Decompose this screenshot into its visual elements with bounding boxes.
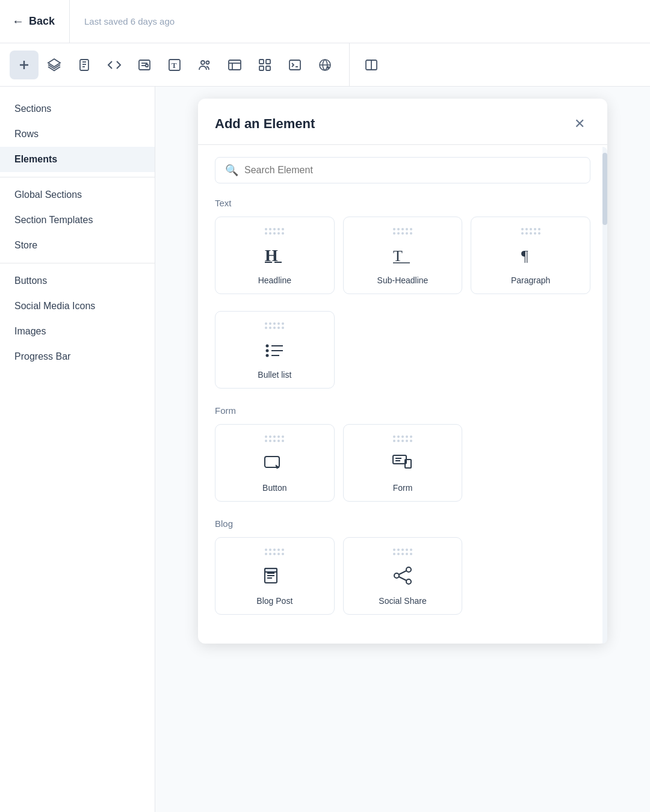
main-layout: Sections Rows Elements Global Sections S… [0,87,650,812]
search-box[interactable]: 🔍 [215,157,590,183]
drag-handle [393,228,412,235]
svg-point-26 [327,66,329,69]
pages-tool[interactable] [70,51,99,79]
sidebar-item-store[interactable]: Store [0,233,155,258]
svg-point-37 [266,349,269,352]
left-sidebar: Sections Rows Elements Global Sections S… [0,87,155,812]
sidebar-group-extras: Buttons Social Media Icons Images Progre… [0,268,155,374]
form-element-card[interactable]: Form [343,424,463,502]
close-icon: ✕ [574,116,585,132]
search-input[interactable] [244,165,580,176]
last-saved-text: Last saved 6 days ago [70,16,175,26]
terminal-tool[interactable] [280,51,309,79]
drag-handle [265,228,284,235]
sidebar-group-main: Sections Rows Elements [0,96,155,177]
svg-rect-19 [266,60,270,64]
paragraph-element-card[interactable]: ¶ Paragraph [471,217,590,294]
toolbar-right-group [357,43,395,86]
sidebar-item-elements[interactable]: Elements [0,147,155,172]
drag-handle [265,549,284,555]
button-icon [262,448,286,477]
blog-elements-grid: Blog Post [215,537,590,615]
svg-text:¶: ¶ [521,247,528,265]
form-tool[interactable] [130,51,159,79]
text-elements-grid: H Headline [215,217,590,294]
split-view-tool[interactable] [357,51,386,79]
drag-handle [265,322,284,329]
toolbar: T [0,43,650,87]
sidebar-item-section-templates[interactable]: Section Templates [0,208,155,233]
bullet-list-element-card[interactable]: Bullet list [215,311,335,389]
grid-tool[interactable] [250,51,279,79]
sidebar-item-sections[interactable]: Sections [0,96,155,121]
headline-icon: H [262,241,286,269]
social-share-element-card[interactable]: Social Share [343,537,463,615]
sub-headline-label: Sub-Headline [377,275,429,285]
typography-tool[interactable]: T [160,51,189,79]
blog-section-label: Blog [215,518,590,529]
svg-point-13 [201,61,205,64]
sidebar-item-rows[interactable]: Rows [0,121,155,147]
paragraph-icon: ¶ [519,241,543,269]
svg-line-55 [399,577,406,580]
headline-label: Headline [258,275,291,285]
sidebar-group-global: Global Sections Section Templates Store [0,182,155,263]
top-bar: ← Back Last saved 6 days ago [0,0,650,43]
svg-point-39 [266,354,269,357]
drag-handle [521,228,540,235]
sidebar-item-social-media[interactable]: Social Media Icons [0,294,155,319]
svg-line-54 [399,571,406,574]
svg-rect-20 [259,66,264,70]
sidebar-item-global-sections[interactable]: Global Sections [0,182,155,208]
layout-tool[interactable] [220,51,249,79]
code-tool[interactable] [100,51,129,79]
toolbar-main-group: T [10,43,350,86]
modal-body: 🔍 Text H [198,145,607,644]
svg-rect-50 [265,568,277,572]
svg-point-35 [266,345,269,348]
sub-headline-icon: T [391,241,415,269]
back-label: Back [29,15,55,28]
modal-title: Add an Element [215,116,315,132]
svg-rect-21 [266,66,270,70]
theme-tool[interactable] [311,51,339,79]
drag-handle [265,435,284,442]
blog-post-element-card[interactable]: Blog Post [215,537,335,615]
add-element-tool[interactable] [10,51,39,79]
svg-rect-10 [146,64,148,67]
modal-close-button[interactable]: ✕ [569,113,590,135]
form-icon [391,448,415,477]
users-tool[interactable] [190,51,219,79]
sidebar-item-buttons[interactable]: Buttons [0,268,155,294]
drag-handle [393,549,412,555]
form-elements-grid: Button [215,424,590,502]
svg-point-51 [406,567,411,572]
modal-scrollbar-thumb[interactable] [602,153,607,225]
button-element-card[interactable]: Button [215,424,335,502]
layers-tool[interactable] [40,51,69,79]
svg-rect-42 [393,455,406,464]
headline-element-card[interactable]: H Headline [215,217,335,294]
blog-post-label: Blog Post [256,596,292,606]
svg-rect-18 [259,60,264,64]
svg-rect-3 [80,60,88,70]
button-label: Button [262,483,286,493]
bullet-list-icon [262,335,286,364]
form-section-label: Form [215,405,590,416]
svg-rect-15 [229,60,241,70]
svg-text:T: T [393,247,403,265]
sidebar-item-progress-bar[interactable]: Progress Bar [0,344,155,369]
svg-rect-22 [289,60,300,70]
sub-headline-element-card[interactable]: T Sub-Headline [343,217,463,294]
sidebar-item-images[interactable]: Images [0,319,155,344]
back-button[interactable]: ← Back [12,0,70,43]
form-label: Form [393,483,413,493]
modal-header: Add an Element ✕ [198,99,607,145]
search-icon: 🔍 [225,164,238,177]
blog-post-icon [262,561,286,590]
modal-scrollbar[interactable] [602,147,607,644]
bullet-list-grid: Bullet list [215,311,590,389]
svg-point-14 [206,61,209,64]
back-arrow-icon: ← [12,14,24,28]
drag-handle [393,435,412,442]
